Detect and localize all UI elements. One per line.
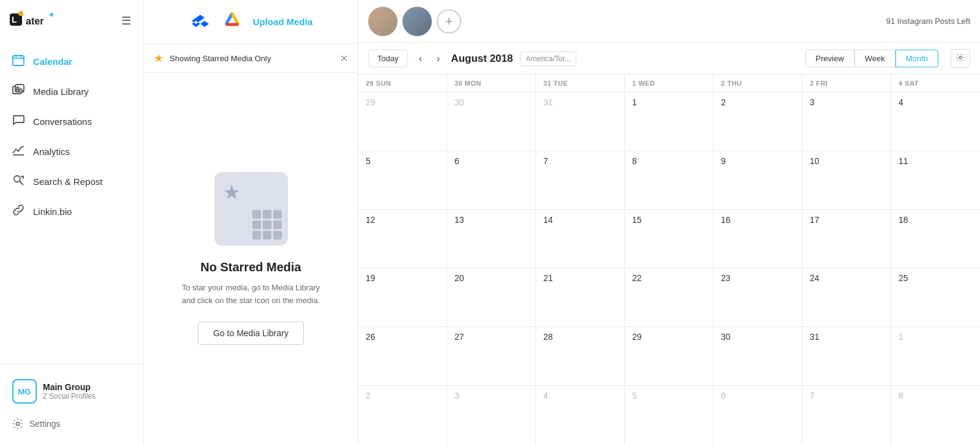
calendar-cell[interactable]: 6 — [714, 386, 802, 444]
calendar-cell[interactable]: 11 — [891, 151, 980, 209]
no-media-illustration: ★ — [214, 172, 288, 246]
calendar-cell[interactable]: 4 — [891, 92, 980, 151]
calendar-cell[interactable]: 3 — [802, 92, 891, 151]
day-number: 8 — [632, 156, 637, 166]
day-number: 15 — [632, 215, 642, 225]
sidebar-item-label-analytics: Analytics — [33, 146, 70, 157]
account-avatar: MG — [12, 379, 37, 404]
calendar-cell[interactable]: 1 — [625, 92, 714, 151]
svg-rect-5 — [13, 56, 24, 66]
calendar-cell[interactable]: 8 — [891, 386, 980, 444]
calendar-cell[interactable]: 19 — [358, 268, 447, 326]
sidebar-item-analytics[interactable]: Analytics — [0, 137, 143, 167]
sidebar-item-label-linkin-bio: Linkin.bio — [33, 206, 72, 217]
sidebar-item-conversations[interactable]: Conversations — [0, 107, 143, 137]
calendar-cell[interactable]: 30 — [714, 327, 802, 385]
calendar-cell[interactable]: 5 — [625, 386, 714, 444]
calendar-cell[interactable]: 10 — [802, 151, 891, 209]
month-view-button[interactable]: Month — [895, 50, 938, 67]
calendar-settings-button[interactable] — [951, 49, 970, 68]
calendar-cell[interactable]: 2 — [358, 386, 447, 444]
day-number: 29 — [632, 332, 642, 342]
day-number: 7 — [543, 156, 548, 166]
add-profile-button[interactable]: + — [437, 9, 461, 34]
sidebar-item-linkin-bio[interactable]: Linkin.bio — [0, 197, 143, 227]
sidebar-item-search-repost[interactable]: Search & Repost — [0, 167, 143, 197]
day-number: 6 — [454, 156, 459, 166]
calendar-cell[interactable]: 8 — [625, 151, 714, 209]
next-month-button[interactable]: › — [433, 51, 443, 67]
dropbox-upload-button[interactable] — [189, 10, 211, 34]
calendar-cell[interactable]: 7 — [802, 386, 891, 444]
calendar-cell[interactable]: 20 — [447, 268, 536, 326]
prev-month-button[interactable]: ‹ — [415, 51, 426, 67]
gdrive-icon — [224, 12, 241, 29]
gdrive-upload-button[interactable] — [221, 10, 243, 34]
search-repost-icon — [12, 174, 24, 189]
calendar-grid: 29 SUN 30 MON 31 TUE 1 WED 2 THU 3 FRI 4… — [358, 75, 980, 444]
filter-bar: ★ Showing Starred Media Only ✕ — [144, 44, 358, 73]
gear-icon — [956, 53, 965, 62]
calendar-cell[interactable]: 4 — [536, 386, 625, 444]
dropbox-icon — [192, 12, 209, 29]
calendar-cell[interactable]: 23 — [714, 268, 802, 326]
calendar-cell[interactable]: 18 — [891, 210, 980, 268]
calendar-cell[interactable]: 9 — [714, 151, 802, 209]
day-number: 29 — [366, 97, 375, 107]
account-switcher[interactable]: MG Main Group 2 Social Profiles — [10, 374, 134, 408]
sidebar-item-calendar[interactable]: Calendar — [0, 47, 143, 77]
view-buttons: Preview Week Month — [805, 50, 938, 67]
calendar-cell[interactable]: 27 — [447, 327, 536, 385]
calendar-cell[interactable]: 31 — [802, 327, 891, 385]
filter-label: Showing Starred Media Only — [170, 54, 334, 63]
close-filter-button[interactable]: ✕ — [340, 53, 348, 64]
calendar-cell[interactable]: 7 — [536, 151, 625, 209]
day-number: 2 — [721, 97, 726, 107]
calendar-cell[interactable]: 2 — [714, 92, 802, 151]
day-number: 1 — [899, 332, 903, 342]
day-header-sun: 29 SUN — [358, 75, 447, 92]
calendar-cell[interactable]: 24 — [802, 268, 891, 326]
calendar-cell[interactable]: 31 — [536, 92, 625, 151]
hamburger-button[interactable]: ☰ — [119, 12, 134, 30]
svg-line-17 — [226, 13, 232, 24]
account-sub: 2 Social Profiles — [43, 392, 131, 401]
calendar-cell[interactable]: 3 — [447, 386, 536, 444]
svg-point-2 — [18, 11, 23, 16]
calendar-cell[interactable]: 21 — [536, 268, 625, 326]
calendar-cell[interactable]: 6 — [447, 151, 536, 209]
calendar-cell[interactable]: 22 — [625, 268, 714, 326]
go-to-media-library-button[interactable]: Go to Media Library — [198, 322, 304, 345]
calendar-cell[interactable]: 14 — [536, 210, 625, 268]
sidebar-item-media-library[interactable]: Media Library — [0, 77, 143, 107]
calendar-cell[interactable]: 30 — [447, 92, 536, 151]
media-toolbar: Upload Media — [144, 0, 358, 44]
day-number: 2 — [366, 391, 371, 401]
calendar-cell[interactable]: 15 — [625, 210, 714, 268]
today-button[interactable]: Today — [368, 50, 408, 67]
calendar-cell[interactable]: 5 — [358, 151, 447, 209]
upload-media-button[interactable]: Upload Media — [253, 17, 313, 27]
week-view-button[interactable]: Week — [854, 50, 895, 67]
calendar-cell[interactable]: 29 — [358, 92, 447, 151]
day-number: 14 — [543, 215, 553, 225]
day-number: 16 — [721, 215, 731, 225]
day-number: 5 — [632, 391, 637, 401]
settings-nav-item[interactable]: Settings — [10, 413, 134, 434]
profile-thumb-1[interactable] — [368, 7, 398, 36]
calendar-cell[interactable]: 29 — [625, 327, 714, 385]
calendar-cell[interactable]: 12 — [358, 210, 447, 268]
calendar-cell[interactable]: 26 — [358, 327, 447, 385]
calendar-cell[interactable]: 25 — [891, 268, 980, 326]
profile-thumb-2[interactable] — [402, 7, 432, 36]
calendar-cell[interactable]: 1 — [891, 327, 980, 385]
day-number: 21 — [543, 273, 553, 283]
calendar-cell[interactable]: 28 — [536, 327, 625, 385]
preview-view-button[interactable]: Preview — [805, 50, 854, 67]
calendar-cell[interactable]: 17 — [802, 210, 891, 268]
starred-filter-icon: ★ — [154, 51, 164, 65]
calendar-cell[interactable]: 16 — [714, 210, 802, 268]
calendar-cell[interactable]: 13 — [447, 210, 536, 268]
day-number: 5 — [366, 156, 371, 166]
day-header-fri: 3 FRI — [802, 75, 891, 92]
